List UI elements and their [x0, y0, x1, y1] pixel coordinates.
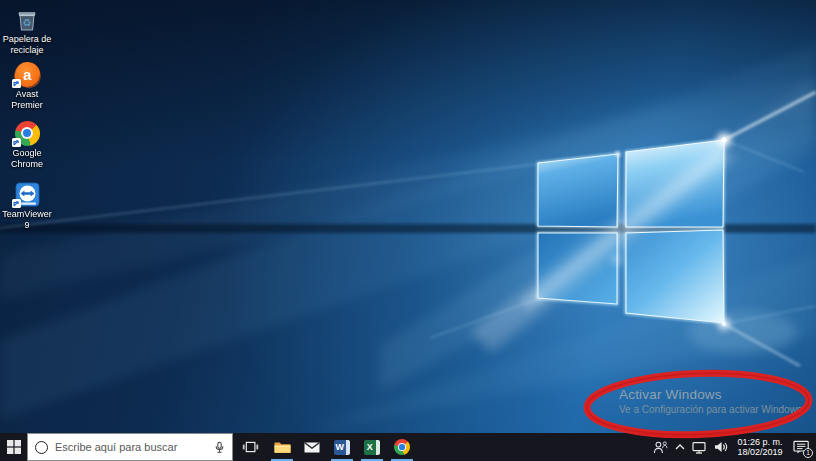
taskbar: W X: [0, 433, 816, 461]
shortcut-arrow-icon: [12, 199, 21, 208]
taskbar-search-box[interactable]: [27, 433, 233, 461]
people-icon: [653, 440, 668, 454]
activate-windows-watermark: Activar Windows Ve a Configuración para …: [619, 387, 805, 415]
windows-desktop: ♻ Papelera de reciclaje a Avast Premier …: [0, 0, 816, 461]
taskbar-app-word[interactable]: W: [327, 433, 357, 461]
desktop-icon-label: TeamViewer 9: [1, 209, 53, 230]
action-center-button[interactable]: 1: [789, 433, 813, 461]
shortcut-arrow-icon: [12, 79, 21, 88]
people-button[interactable]: [650, 433, 671, 461]
system-tray: 01:26 p. m. 18/02/2019 1: [650, 433, 816, 461]
recycle-bin-icon: ♻: [14, 6, 40, 32]
clock-date: 18/02/2019: [737, 447, 782, 457]
desktop-icon-label: Avast Premier: [1, 89, 53, 110]
recycle-glyph: ♻: [23, 17, 32, 28]
tray-overflow-button[interactable]: [672, 433, 688, 461]
start-button[interactable]: [0, 433, 27, 461]
chrome-icon: [14, 120, 40, 146]
taskbar-clock[interactable]: 01:26 p. m. 18/02/2019: [732, 433, 788, 461]
wallpaper-hero-art: [0, 0, 816, 433]
excel-icon: X: [364, 440, 380, 455]
taskbar-app-mail[interactable]: [297, 433, 327, 461]
desktop-icon-chrome[interactable]: Google Chrome: [1, 120, 53, 169]
mail-icon: [304, 442, 320, 453]
teamviewer-icon: [14, 181, 40, 207]
chevron-up-icon: [675, 444, 685, 450]
word-letter: W: [334, 442, 346, 452]
desktop-icon-recycle-bin[interactable]: ♻ Papelera de reciclaje: [1, 6, 53, 55]
file-explorer-icon: [274, 441, 291, 454]
network-button[interactable]: [689, 433, 710, 461]
desktop-icon-label: Papelera de reciclaje: [1, 34, 53, 55]
excel-letter: X: [364, 442, 376, 452]
search-input[interactable]: [55, 441, 206, 453]
task-view-icon: [242, 440, 259, 454]
watermark-subtitle: Ve a Configuración para activar Windows.: [619, 404, 805, 415]
task-view-button[interactable]: [233, 433, 267, 461]
desktop-icon-label: Google Chrome: [1, 148, 53, 169]
windows-logo-icon: [7, 440, 21, 454]
taskbar-app-chrome[interactable]: [387, 433, 417, 461]
clock-time: 01:26 p. m.: [737, 437, 782, 447]
avast-icon: a: [14, 61, 40, 87]
watermark-title: Activar Windows: [619, 387, 805, 402]
shortcut-arrow-icon: [12, 138, 21, 147]
cortana-icon: [35, 441, 48, 454]
word-icon: W: [334, 440, 350, 455]
desktop-wallpaper: [0, 0, 816, 433]
microphone-icon[interactable]: [213, 441, 226, 454]
desktop-icon-teamviewer[interactable]: TeamViewer 9: [1, 181, 53, 230]
taskbar-app-excel[interactable]: X: [357, 433, 387, 461]
volume-button[interactable]: [711, 433, 731, 461]
ethernet-network-icon: [692, 441, 707, 454]
avast-letter: a: [23, 67, 31, 82]
speaker-icon: [714, 441, 728, 453]
taskbar-app-file-explorer[interactable]: [267, 433, 297, 461]
notification-badge: 1: [803, 448, 813, 458]
chrome-taskbar-icon: [394, 439, 410, 455]
desktop-icon-avast[interactable]: a Avast Premier: [1, 61, 53, 110]
